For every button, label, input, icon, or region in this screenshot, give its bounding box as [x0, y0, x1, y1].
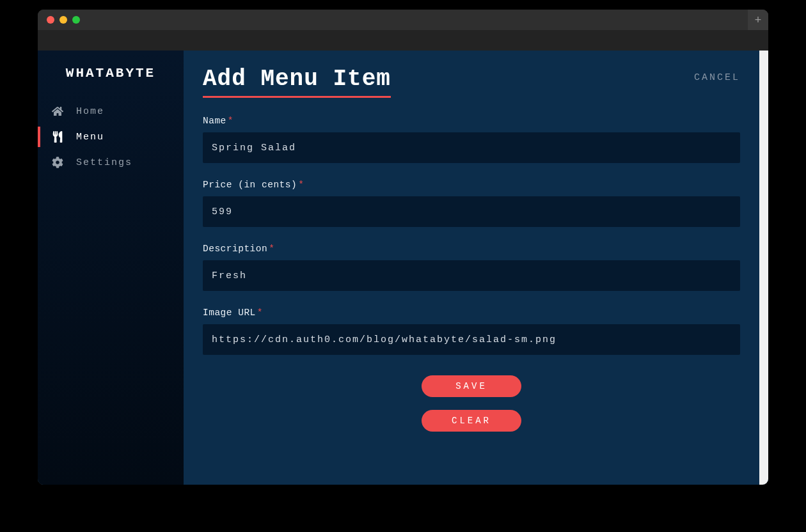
field-image-url: Image URL* — [203, 308, 740, 355]
field-price: Price (in cents)* — [203, 180, 740, 227]
name-input[interactable] — [203, 132, 740, 163]
clear-button[interactable]: CLEAR — [422, 410, 521, 432]
content-area: Add Menu Item CANCEL Name* Price (in cen… — [184, 51, 759, 485]
image-url-label: Image URL* — [203, 308, 740, 318]
name-label: Name* — [203, 116, 740, 126]
name-label-text: Name — [203, 116, 226, 126]
page-title: Add Menu Item — [203, 66, 391, 98]
price-input[interactable] — [203, 196, 740, 227]
sidebar-item-home[interactable]: Home — [38, 98, 184, 124]
new-tab-button[interactable]: + — [748, 10, 768, 30]
window-zoom-icon[interactable] — [72, 16, 80, 24]
scrollbar[interactable] — [759, 51, 768, 485]
image-url-input[interactable] — [203, 324, 740, 355]
tabstrip — [38, 30, 768, 51]
price-label: Price (in cents)* — [203, 180, 740, 190]
form-actions: SAVE CLEAR — [203, 375, 740, 432]
description-input[interactable] — [203, 260, 740, 291]
app-viewport: WHATABYTE Home Menu Settings — [38, 51, 768, 485]
home-icon — [52, 106, 63, 117]
description-label-text: Description — [203, 244, 267, 254]
gear-icon — [52, 157, 63, 168]
sidebar: WHATABYTE Home Menu Settings — [38, 51, 184, 485]
sidebar-item-label: Home — [76, 106, 104, 117]
window-close-icon[interactable] — [47, 16, 54, 24]
sidebar-item-menu[interactable]: Menu — [38, 124, 184, 150]
sidebar-item-label: Menu — [76, 132, 104, 143]
menu-item-form: Name* Price (in cents)* Description* — [203, 116, 740, 432]
window-controls — [47, 16, 80, 24]
window-minimize-icon[interactable] — [59, 16, 67, 24]
app-window: + WHATABYTE Home Menu Se — [37, 9, 769, 485]
plus-icon: + — [755, 13, 762, 27]
content-header: Add Menu Item CANCEL — [203, 66, 740, 98]
field-name: Name* — [203, 116, 740, 163]
cancel-button[interactable]: CANCEL — [694, 72, 740, 83]
required-mark: * — [269, 244, 274, 254]
sidebar-item-label: Settings — [76, 157, 132, 168]
utensils-icon — [52, 131, 63, 143]
brand-logo: WHATABYTE — [38, 62, 184, 98]
required-mark: * — [257, 308, 263, 318]
window-titlebar: + — [38, 10, 768, 30]
save-button[interactable]: SAVE — [422, 375, 521, 397]
description-label: Description* — [203, 244, 740, 254]
field-description: Description* — [203, 244, 740, 291]
price-label-text: Price (in cents) — [203, 180, 297, 190]
required-mark: * — [298, 180, 304, 190]
sidebar-item-settings[interactable]: Settings — [38, 150, 184, 175]
required-mark: * — [228, 116, 233, 126]
image-url-label-text: Image URL — [203, 308, 256, 318]
